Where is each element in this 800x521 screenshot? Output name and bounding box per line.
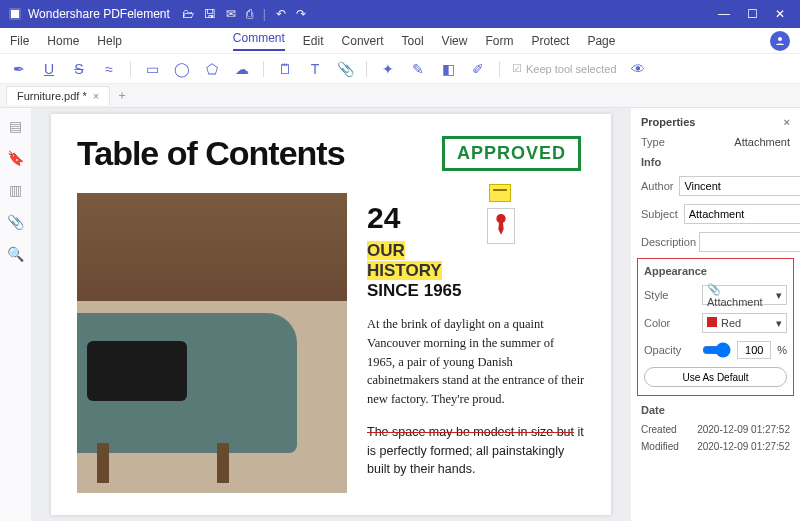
furniture-photo	[77, 193, 347, 493]
underline-icon[interactable]: U	[40, 60, 58, 78]
since-text: SINCE 1965	[367, 281, 462, 300]
maximize-button[interactable]: ☐	[738, 7, 766, 21]
menu-convert[interactable]: Convert	[342, 34, 384, 48]
new-tab-button[interactable]: ＋	[116, 87, 128, 104]
style-label: Style	[644, 289, 696, 301]
eraser-icon[interactable]: ◧	[439, 60, 457, 78]
pdf-page: Table of Contents APPROVED 24 OUR HISTOR…	[51, 114, 611, 515]
print-icon[interactable]: ⎙	[246, 7, 253, 21]
minimize-button[interactable]: ―	[710, 7, 738, 21]
comments-panel-icon[interactable]: ▥	[9, 182, 22, 198]
created-label: Created	[641, 424, 677, 435]
color-chip-icon	[707, 317, 717, 327]
description-label: Description	[641, 236, 693, 248]
appearance-header: Appearance	[644, 265, 787, 277]
close-button[interactable]: ✕	[766, 7, 794, 21]
menubar: File Home Help Comment Edit Convert Tool…	[0, 28, 800, 54]
redo-icon[interactable]: ↷	[296, 7, 306, 21]
chevron-down-icon: ▾	[776, 289, 782, 302]
highlighted-text-1[interactable]: OUR	[367, 241, 405, 260]
modified-label: Modified	[641, 441, 679, 452]
menu-tool[interactable]: Tool	[402, 34, 424, 48]
svg-point-1	[778, 37, 782, 41]
bookmarks-icon[interactable]: 🔖	[7, 150, 24, 166]
undo-icon[interactable]: ↶	[276, 7, 286, 21]
quick-access-toolbar: 🗁 🖫 ✉ ⎙ | ↶ ↷	[182, 7, 306, 21]
highlight-icon[interactable]: ✒	[10, 60, 28, 78]
note-icon[interactable]: 🗒	[276, 60, 294, 78]
menu-form[interactable]: Form	[485, 34, 513, 48]
keep-tool-selected[interactable]: ☑ Keep tool selected	[512, 62, 617, 75]
text-column: 24 OUR HISTORY SINCE 1965 At the brink o…	[367, 193, 585, 493]
search-icon[interactable]: 🔍	[7, 246, 24, 262]
signature-icon[interactable]: ✎	[409, 60, 427, 78]
left-sidebar: ▤ 🔖 ▥ 📎 🔍	[0, 108, 32, 521]
thumbnails-icon[interactable]: ▤	[9, 118, 22, 134]
close-tab-icon[interactable]: ×	[93, 90, 99, 102]
cloud-icon[interactable]: ☁	[233, 60, 251, 78]
attachment-annotation[interactable]	[487, 208, 515, 244]
titlebar: Wondershare PDFelement 🗁 🖫 ✉ ⎙ | ↶ ↷ ― ☐…	[0, 0, 800, 28]
app-name: Wondershare PDFelement	[28, 7, 170, 21]
squiggly-icon[interactable]: ≈	[100, 60, 118, 78]
body-paragraph-2: The space may be modest in size but it i…	[367, 423, 585, 479]
rectangle-icon[interactable]: ▭	[143, 60, 161, 78]
author-input[interactable]	[679, 176, 800, 196]
app-logo-icon	[6, 5, 24, 23]
info-section-header: Info	[641, 156, 790, 168]
menu-comment[interactable]: Comment	[233, 31, 285, 51]
menu-help[interactable]: Help	[97, 34, 122, 48]
subject-label: Subject	[641, 208, 678, 220]
user-avatar[interactable]	[770, 31, 790, 51]
comment-toolbar: ✒ U S ≈ ▭ ◯ ⬠ ☁ 🗒 T 📎 ✦ ✎ ◧ ✐ ☑ Keep too…	[0, 54, 800, 84]
attachment-icon[interactable]: 📎	[336, 60, 354, 78]
properties-panel: Properties × Type Attachment Info Author…	[630, 108, 800, 521]
menu-edit[interactable]: Edit	[303, 34, 324, 48]
opacity-unit: %	[777, 344, 787, 356]
panel-title: Properties	[641, 116, 695, 128]
use-as-default-button[interactable]: Use As Default	[644, 367, 787, 387]
subject-input[interactable]	[684, 204, 800, 224]
modified-value: 2020-12-09 01:27:52	[697, 441, 790, 452]
menu-file[interactable]: File	[10, 34, 29, 48]
workarea: ▤ 🔖 ▥ 📎 🔍 Table of Contents APPROVED 24 …	[0, 108, 800, 521]
oval-icon[interactable]: ◯	[173, 60, 191, 78]
strikethrough-icon[interactable]: S	[70, 60, 88, 78]
pencil-icon[interactable]: ✐	[469, 60, 487, 78]
author-label: Author	[641, 180, 673, 192]
highlighted-text-2[interactable]: HISTORY	[367, 261, 442, 280]
stamp-icon[interactable]: ✦	[379, 60, 397, 78]
menu-home[interactable]: Home	[47, 34, 79, 48]
document-canvas[interactable]: Table of Contents APPROVED 24 OUR HISTOR…	[32, 108, 630, 521]
attachments-panel-icon[interactable]: 📎	[7, 214, 24, 230]
save-icon[interactable]: 🖫	[204, 7, 216, 21]
menu-page[interactable]: Page	[587, 34, 615, 48]
tab-title: Furniture.pdf *	[17, 90, 87, 102]
close-panel-icon[interactable]: ×	[784, 116, 790, 128]
appearance-section: Appearance Style 📎 Attachment ▾ Color Re…	[637, 258, 794, 396]
color-select[interactable]: Red ▾	[702, 313, 787, 333]
opacity-slider[interactable]	[702, 342, 731, 358]
color-value: Red	[721, 317, 741, 329]
created-value: 2020-12-09 01:27:52	[697, 424, 790, 435]
opacity-input[interactable]	[737, 341, 771, 359]
polygon-icon[interactable]: ⬠	[203, 60, 221, 78]
opacity-label: Opacity	[644, 344, 696, 356]
open-icon[interactable]: 🗁	[182, 7, 194, 21]
document-tab[interactable]: Furniture.pdf * ×	[6, 86, 110, 105]
type-value: Attachment	[699, 136, 790, 148]
menu-protect[interactable]: Protect	[531, 34, 569, 48]
mail-icon[interactable]: ✉	[226, 7, 236, 21]
date-section-header: Date	[641, 404, 790, 416]
checkbox-icon: ☑	[512, 62, 522, 75]
textbox-icon[interactable]: T	[306, 60, 324, 78]
description-input[interactable]	[699, 232, 800, 252]
keep-tool-label: Keep tool selected	[526, 63, 617, 75]
visibility-icon[interactable]: 👁	[629, 60, 647, 78]
sticky-note-annotation[interactable]	[489, 184, 511, 202]
style-select[interactable]: 📎 Attachment ▾	[702, 285, 787, 305]
menu-view[interactable]: View	[442, 34, 468, 48]
approved-stamp[interactable]: APPROVED	[442, 136, 581, 171]
strikethrough-annotation[interactable]: The space may be modest in size but	[367, 425, 574, 439]
document-tabbar: Furniture.pdf * × ＋	[0, 84, 800, 108]
